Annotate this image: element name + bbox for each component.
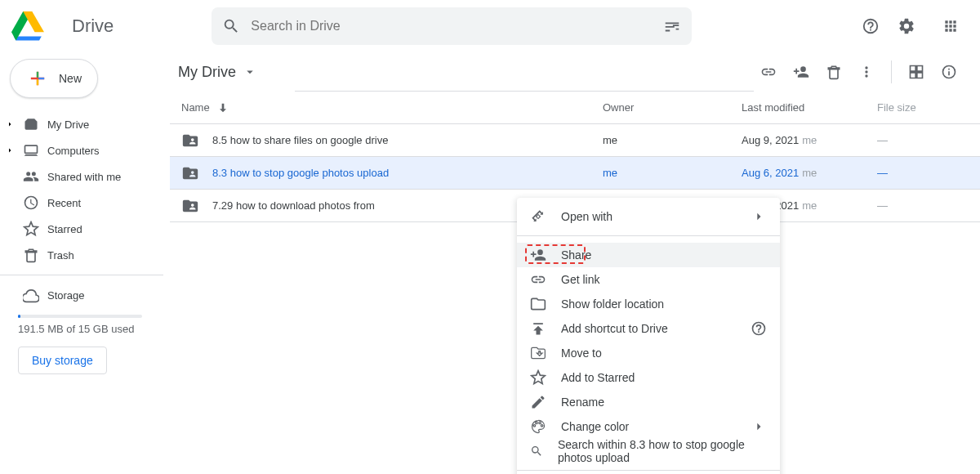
ctx-label: Add shortcut to Drive — [561, 322, 668, 335]
sidebar-item-label: Trash — [47, 249, 74, 262]
col-name-header[interactable]: Name — [170, 101, 603, 114]
ctx-show-folder[interactable]: Show folder location — [517, 292, 780, 316]
ctx-add-starred[interactable]: Add to Starred — [517, 365, 780, 390]
more-icon[interactable] — [852, 57, 881, 87]
svg-rect-1 — [38, 78, 44, 79]
ctx-label: Move to — [561, 347, 602, 360]
info-icon[interactable] — [934, 57, 964, 87]
divider — [891, 60, 892, 83]
folder-shared-icon — [181, 164, 199, 182]
link-icon — [530, 271, 546, 288]
ctx-add-shortcut[interactable]: Add shortcut to Drive — [517, 316, 780, 341]
buy-storage-button[interactable]: Buy storage — [18, 347, 107, 374]
selection-actions — [754, 57, 964, 87]
sidebar-item-computers[interactable]: Computers — [0, 137, 170, 163]
sidebar: New My Drive Computers Shared with me Re… — [0, 52, 170, 474]
ctx-label: Search within 8.3 how to stop google pho… — [558, 438, 767, 464]
new-button-label: New — [59, 72, 82, 85]
person-add-icon — [530, 247, 546, 263]
chevron-right-icon — [751, 208, 767, 225]
search-options-icon[interactable] — [662, 16, 682, 36]
ctx-open-with[interactable]: Open with — [517, 204, 780, 229]
breadcrumb-row: My Drive — [170, 52, 980, 92]
ctx-label: Change color — [561, 420, 629, 433]
table-header: Name Owner Last modified File size — [170, 92, 980, 124]
delete-icon[interactable] — [819, 57, 849, 87]
apps-icon[interactable] — [934, 10, 967, 42]
share-icon[interactable] — [786, 57, 816, 87]
folder-icon — [530, 296, 546, 312]
sidebar-item-label: Computers — [47, 145, 100, 157]
svg-rect-2 — [37, 79, 38, 85]
palette-icon — [530, 418, 546, 435]
new-button[interactable]: New — [10, 59, 98, 98]
get-link-icon[interactable] — [754, 57, 783, 87]
ctx-search-within[interactable]: Search within 8.3 how to stop google pho… — [517, 439, 780, 463]
search-icon[interactable] — [221, 16, 241, 36]
clock-icon — [23, 195, 39, 211]
sidebar-item-label: Recent — [47, 197, 81, 209]
storage-used-text: 191.5 MB of 15 GB used — [18, 323, 170, 335]
table-row[interactable]: 8.3 how to stop google photos upload me … — [170, 157, 980, 190]
file-size: — — [877, 167, 888, 179]
help-icon[interactable] — [854, 10, 887, 42]
ctx-label: Open with — [561, 210, 612, 223]
search-bar[interactable] — [212, 7, 692, 45]
caret-icon — [5, 119, 15, 129]
header-actions — [854, 10, 967, 42]
ctx-label: Get link — [561, 273, 599, 286]
breadcrumb[interactable]: My Drive — [170, 60, 265, 84]
search-input[interactable] — [251, 19, 653, 34]
file-name: 8.3 how to stop google photos upload — [212, 167, 389, 179]
sidebar-item-recent[interactable]: Recent — [0, 190, 170, 216]
sidebar-item-storage[interactable]: Storage — [0, 282, 170, 308]
ctx-change-color[interactable]: Change color — [517, 414, 780, 439]
svg-rect-0 — [37, 72, 38, 78]
col-size-header[interactable]: File size — [877, 101, 964, 114]
file-size: — — [877, 134, 888, 146]
table-row[interactable]: 8.5 how to share files on google drive m… — [170, 124, 980, 157]
sidebar-item-shared[interactable]: Shared with me — [0, 163, 170, 190]
trash-icon — [23, 247, 39, 263]
caret-icon — [5, 145, 15, 155]
move-to-icon — [530, 345, 546, 361]
sidebar-item-trash[interactable]: Trash — [0, 242, 170, 268]
star-icon — [530, 369, 546, 386]
app-name: Drive — [72, 16, 114, 37]
file-modified-by: me — [802, 199, 817, 212]
settings-icon[interactable] — [890, 10, 923, 42]
buy-storage-label: Buy storage — [32, 354, 93, 367]
sort-arrow-down-icon — [216, 101, 229, 114]
app-header: Drive — [0, 0, 980, 52]
computer-icon — [23, 142, 39, 159]
layout-grid-icon[interactable] — [902, 57, 931, 87]
main-pane: My Drive Name Owner Last modified File s — [170, 52, 980, 474]
folder-shared-icon — [181, 197, 199, 215]
plus-icon — [26, 67, 49, 90]
col-owner-header[interactable]: Owner — [603, 101, 742, 114]
sidebar-item-label: Shared with me — [47, 171, 121, 183]
people-icon — [23, 168, 39, 185]
pencil-icon — [530, 394, 546, 410]
col-modified-header[interactable]: Last modified — [742, 101, 877, 114]
drive-logo[interactable] — [10, 8, 72, 44]
ctx-get-link[interactable]: Get link — [517, 267, 780, 292]
chevron-down-icon — [243, 65, 257, 79]
ctx-label: Show folder location — [561, 297, 664, 311]
ctx-rename[interactable]: Rename — [517, 390, 780, 414]
file-owner: me — [603, 167, 617, 179]
sidebar-item-starred[interactable]: Starred — [0, 216, 170, 242]
search-icon — [530, 443, 543, 459]
help-icon[interactable] — [751, 320, 767, 337]
drive-icon — [23, 116, 39, 132]
col-name-label: Name — [181, 101, 210, 114]
sidebar-item-label: Storage — [47, 289, 85, 302]
ctx-label: Rename — [561, 396, 604, 409]
folder-shared-icon — [181, 132, 199, 150]
file-modified: Aug 6, 2021 — [742, 167, 799, 179]
ctx-separator — [517, 470, 780, 471]
ctx-share[interactable]: Share — [517, 243, 780, 267]
sidebar-item-mydrive[interactable]: My Drive — [0, 111, 170, 137]
file-owner: me — [603, 134, 617, 146]
ctx-move-to[interactable]: Move to — [517, 341, 780, 365]
